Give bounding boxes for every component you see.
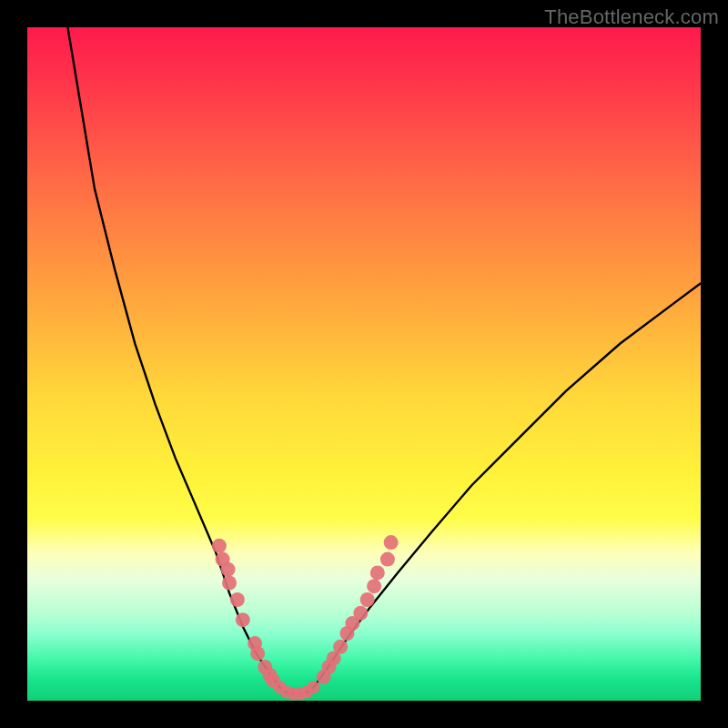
plot-area xyxy=(27,27,701,701)
data-dot xyxy=(212,539,227,553)
data-dot xyxy=(221,562,236,577)
chart-frame: TheBottleneck.com xyxy=(0,0,728,728)
data-dot xyxy=(222,576,237,591)
data-dot xyxy=(250,646,265,661)
data-dot xyxy=(230,592,245,607)
data-dot xyxy=(367,579,381,593)
watermark-text: TheBottleneck.com xyxy=(544,5,719,29)
data-dot xyxy=(333,640,348,654)
data-dot xyxy=(360,592,375,607)
curve-left xyxy=(67,27,279,687)
data-dot xyxy=(308,681,320,693)
data-dot xyxy=(384,535,399,550)
data-dots xyxy=(212,535,399,701)
data-dot xyxy=(370,565,385,580)
data-dot xyxy=(236,612,250,627)
data-dot xyxy=(353,606,368,621)
data-dot xyxy=(380,552,395,567)
curve-right xyxy=(314,283,702,687)
curve-svg xyxy=(27,27,701,701)
